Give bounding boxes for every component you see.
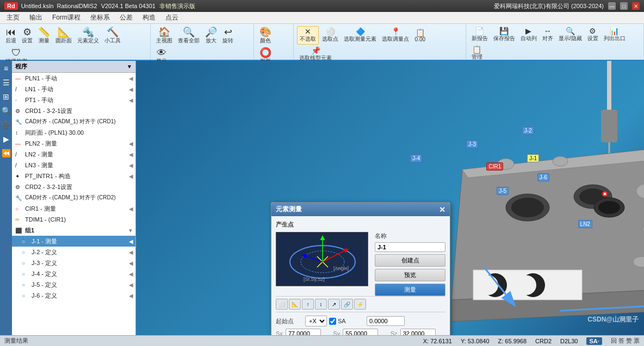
menu-construct[interactable]: 构造 <box>138 12 160 23</box>
ribbon-btn-selectmeasure[interactable]: 🔷选取测量元素 <box>342 27 379 44</box>
list-item[interactable]: / LN2 - 测量 ◀ <box>12 149 135 160</box>
sidebar-icon-add[interactable]: ➕ <box>1 119 12 130</box>
dtb-icon-3[interactable]: ↑ <box>302 299 314 310</box>
dtb-icon-6[interactable]: 🔗 <box>341 299 353 310</box>
feedback-icons: 回 答 赞 票 <box>611 337 640 345</box>
sa-input[interactable] <box>367 316 405 326</box>
sz-input[interactable] <box>400 329 436 335</box>
list-item-j1[interactable]: ○ J-1 - 测量 ◀ <box>12 236 135 247</box>
list-item[interactable]: — PLN1 - 手动 ◀ <box>12 73 135 84</box>
ribbon-btn-showhide[interactable]: 🔍显示/隐藏 <box>556 26 584 43</box>
close-button[interactable]: ✕ <box>632 2 640 10</box>
ribbon-btn-rotate[interactable]: ↩旋转 <box>220 26 236 46</box>
ribbon-btn-manage[interactable]: 📋管理 <box>469 45 485 62</box>
dialog-close-button[interactable]: ✕ <box>439 205 445 214</box>
sa-logo: SA· <box>586 337 602 345</box>
ribbon-btn-back[interactable]: ⏮后退 <box>3 26 18 46</box>
maximize-button[interactable]: □ <box>620 2 628 10</box>
dtb-icon-4[interactable]: ↕ <box>315 299 327 310</box>
list-item[interactable]: ⚙ CRD2 - 3-2-1设置 <box>12 181 135 192</box>
ribbon-btn-settings[interactable]: ⚙设置 <box>20 26 35 46</box>
label-j2: J-2 <box>522 127 534 135</box>
ribbon-btn-selectpointmeasure[interactable]: 📍选取调量点 <box>380 27 411 44</box>
startpoint-select[interactable]: +X-X+Y-Y <box>305 316 327 326</box>
list-item[interactable]: — PLN2 - 测量 ◀ <box>12 138 135 149</box>
menu-tolerance[interactable]: 公差 <box>115 12 137 23</box>
list-item-j4[interactable]: ○ J-4 - 定义 ◀ <box>12 268 135 279</box>
list-item[interactable]: / LN3 - 测量 ◀ <box>12 160 135 171</box>
list-item-j2[interactable]: ○ J-2 - 定义 ◀ <box>12 247 135 257</box>
statusbar: 测量结果 X: 72.6131 Y: 53.0840 Z: 65.9968 CR… <box>0 335 644 346</box>
sidebar-icon-rewind[interactable]: ⏪ <box>1 148 12 159</box>
ribbon-btn-export[interactable]: 📊列出出口 <box>602 26 628 43</box>
dtb-icon-1[interactable]: ⬜ <box>276 299 288 310</box>
sidebar-icon-search[interactable]: 🔍 <box>1 105 12 116</box>
label-j1: J-1 <box>527 154 539 162</box>
menu-form[interactable]: Form课程 <box>48 12 85 23</box>
ribbon-btn-color[interactable]: 🎨颜色 <box>257 26 274 46</box>
measure-button[interactable]: 测量 <box>375 284 445 296</box>
dialog-section-title: 产生点 <box>276 221 445 229</box>
sidebar-icon-menu[interactable]: ≡ <box>3 63 9 74</box>
preview-button[interactable]: 预览 <box>375 269 445 281</box>
ribbon-btn-enlarge[interactable]: 🔎放大 <box>203 26 219 46</box>
label-j6: J-6 <box>537 173 549 181</box>
ribbon-btn-newreport[interactable]: 📄新报告 <box>469 26 490 43</box>
sidebar-icon-play[interactable]: ▶ <box>2 134 10 144</box>
create-point-button[interactable]: 创建点 <box>375 254 445 267</box>
minimize-button[interactable]: — <box>608 2 616 10</box>
list-item[interactable]: 🔧 CAD对齐 - (CADM_1) 对齐于 (CRD1) <box>12 116 135 127</box>
list-item-j5[interactable]: ○ J-5 - 定义 ◀ <box>12 279 135 290</box>
list-item[interactable]: ↕ 间距面 - (PLN1) 30.00 <box>12 127 135 138</box>
ribbon-btn-distance[interactable]: 📐圆距面 <box>53 26 74 46</box>
titlebar: Rd Untitled.ksln RationalDMIS2 V2024.1 B… <box>0 0 644 12</box>
sa-checkbox[interactable] <box>329 318 336 325</box>
viewport-3d[interactable]: J-3 J-2 J-4 J-1 CIR1 J-5 J-6 PT1 PT_INTR… <box>136 61 644 335</box>
ribbon-btn-homeview[interactable]: 🏠主视图 <box>154 26 175 46</box>
dtb-icon-7[interactable]: ⚡ <box>354 299 366 310</box>
svg-rect-1 <box>601 110 617 142</box>
ribbon-btn-selectpt[interactable]: ⚪选取点 <box>320 27 340 44</box>
list-item-j3[interactable]: ○ J-3 - 定义 ◀ <box>12 257 135 268</box>
title-filename: Untitled.ksln <box>21 3 54 9</box>
ribbon-btn-savereport[interactable]: 💾保存报告 <box>491 26 517 43</box>
program-list-collapse[interactable]: ▼ <box>127 64 132 70</box>
menu-output[interactable]: 输出 <box>25 12 47 23</box>
list-item[interactable]: ✏ TDIM1 - (CIR1) <box>12 214 135 225</box>
list-item[interactable]: 🔧 CAD对齐 - (CADM_1) 对齐于 (CRD2) <box>12 192 135 203</box>
ribbon-btn-autolist[interactable]: ▶自动列 <box>518 26 539 43</box>
ribbon-btn-align[interactable]: ↔对齐 <box>540 26 555 43</box>
ribbon-btn-viewall[interactable]: 🔍查看全部 <box>176 26 202 46</box>
ribbon-btn-noselect[interactable]: ✕不选取 <box>297 26 319 45</box>
ribbon-section-report: 📄新报告 💾保存报告 ▶自动列 ↔对齐 🔍显示/隐藏 ⚙设置 📊列出出口 📋管理… <box>466 24 644 60</box>
title-right: 爱科网瑞科技(北京)有限公司 (2003-2024) — □ ✕ <box>494 2 640 10</box>
name-input[interactable] <box>375 242 445 252</box>
list-item[interactable]: ⚙ CRD1 - 3-2-1设置 <box>12 105 135 116</box>
list-item[interactable]: ⬛ 组1 ▼ <box>12 225 135 236</box>
sidebar-icon-grid[interactable]: ⊞ <box>2 91 10 102</box>
ribbon-btn-measure[interactable]: 📏测量 <box>36 26 52 46</box>
ribbon-btn-val000[interactable]: 📋0.00 <box>412 28 428 43</box>
dtb-icon-5[interactable]: ↗ <box>328 299 340 310</box>
menu-coord[interactable]: 坐标系 <box>86 12 114 23</box>
ribbon-btn-tools[interactable]: 🔨小工具 <box>102 26 123 46</box>
menu-main[interactable]: 主页 <box>2 12 24 23</box>
ribbon-btn-repsettings[interactable]: ⚙设置 <box>585 26 600 43</box>
status-crd: CRD2 <box>535 338 552 344</box>
menubar: 主页 输出 Form课程 坐标系 公差 构造 点云 <box>0 12 644 24</box>
menu-pointcloud[interactable]: 点云 <box>161 12 183 23</box>
sidebar-icon-list[interactable]: ☰ <box>2 77 11 88</box>
ribbon-section-select: ✕不选取 ⚪选取点 🔷选取测量元素 📍选取调量点 📋0.00 📌选取线型元素 选… <box>294 24 466 60</box>
list-item[interactable]: / LN1 - 手动 ◀ <box>12 84 135 95</box>
sx-input[interactable] <box>286 329 321 335</box>
ribbon-section-function: ⏮后退 ⚙设置 📏测量 📐圆距面 🔩元素定义 🔨小工具 🛡碰撞检测 功能 <box>0 24 151 60</box>
sy-input[interactable] <box>343 329 378 335</box>
list-item[interactable]: · PT1 - 手动 ◀ <box>12 95 135 105</box>
sxyz-row: Sx Sy Sz <box>276 329 445 335</box>
dtb-icon-2[interactable]: 📐 <box>289 299 301 310</box>
list-item[interactable]: ○ CIR1 - 测量 ◀ <box>12 203 135 214</box>
list-item-j6[interactable]: ○ J-6 - 定义 ◀ <box>12 290 135 301</box>
ribbon-btn-elemdef[interactable]: 🔩元素定义 <box>75 26 101 46</box>
preview-svg: [Angle] [Sr,Sy,Sz] <box>276 232 368 286</box>
list-item[interactable]: ✦ PT_INTR1 - 构造 ◀ <box>12 171 135 181</box>
